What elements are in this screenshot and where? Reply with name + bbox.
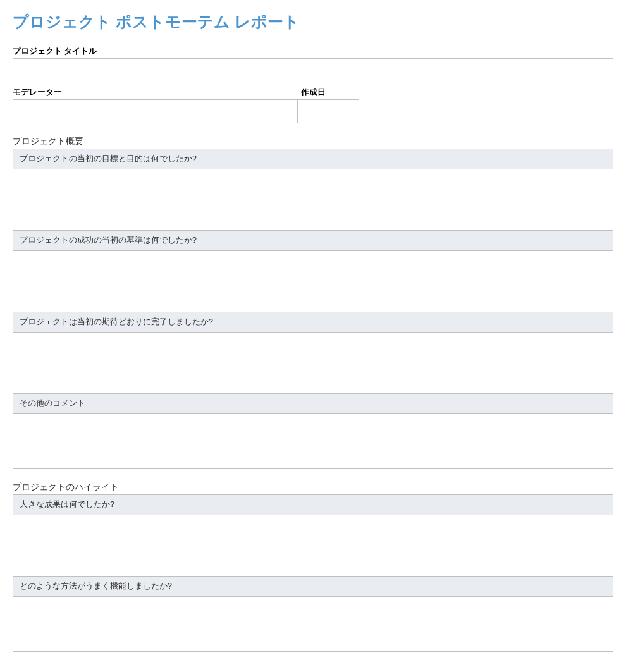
answer-input[interactable] <box>13 251 613 312</box>
question-label: プロジェクトは当初の期待どおりに完了しましたか? <box>13 312 613 333</box>
project-title-input[interactable] <box>13 58 613 82</box>
document-title: プロジェクト ポストモーテム レポート <box>13 11 613 32</box>
question-label: プロジェクトの当初の目標と目的は何でしたか? <box>13 149 613 169</box>
section-heading: プロジェクト概要 <box>13 136 613 147</box>
answer-input[interactable] <box>13 515 613 576</box>
answer-input[interactable] <box>13 169 613 230</box>
question-label: プロジェクトの成功の当初の基準は何でしたか? <box>13 230 613 251</box>
created-date-input[interactable] <box>297 99 359 123</box>
header-fields: プロジェクト タイトル モデレーター 作成日 <box>13 46 613 123</box>
created-date-label: 作成日 <box>297 87 359 98</box>
answer-input[interactable] <box>13 333 613 393</box>
question-label: どのような方法がうまく機能しましたか? <box>13 576 613 597</box>
section-project-overview: プロジェクト概要 プロジェクトの当初の目標と目的は何でしたか? プロジェクトの成… <box>13 136 613 469</box>
answer-input[interactable] <box>13 597 613 651</box>
project-title-label: プロジェクト タイトル <box>13 46 613 57</box>
moderator-input[interactable] <box>13 99 297 123</box>
moderator-label: モデレーター <box>13 87 297 98</box>
question-label: 大きな成果は何でしたか? <box>13 495 613 515</box>
answer-input[interactable] <box>13 414 613 468</box>
section-heading: プロジェクトのハイライト <box>13 482 613 493</box>
question-label: その他のコメント <box>13 393 613 414</box>
section-project-highlights: プロジェクトのハイライト 大きな成果は何でしたか? どのような方法がうまく機能し… <box>13 482 613 652</box>
